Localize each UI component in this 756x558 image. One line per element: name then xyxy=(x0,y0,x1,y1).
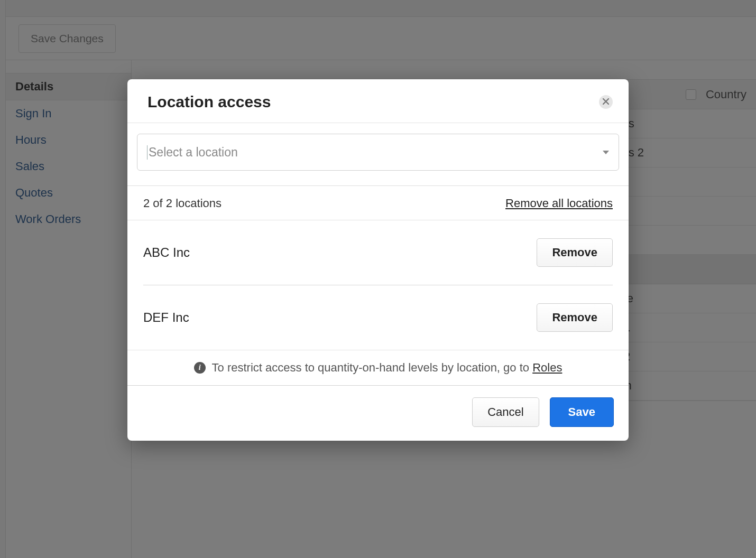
save-button[interactable]: Save xyxy=(550,397,614,427)
select-location-section: Select a location xyxy=(127,123,629,186)
info-icon: i xyxy=(194,362,206,374)
close-icon xyxy=(603,97,609,107)
location-row: ABC Inc Remove xyxy=(143,220,613,285)
location-list: ABC Inc Remove DEF Inc Remove xyxy=(127,220,629,350)
chevron-down-icon xyxy=(603,151,609,154)
info-row: i To restrict access to quantity-on-hand… xyxy=(127,350,629,386)
location-count-row: 2 of 2 locations Remove all locations xyxy=(127,186,629,220)
select-placeholder: Select a location xyxy=(147,145,238,160)
info-text-prefix: To restrict access to quantity-on-hand l… xyxy=(212,361,533,374)
remove-location-button[interactable]: Remove xyxy=(537,303,613,332)
location-name: DEF Inc xyxy=(143,310,189,325)
modal-header: Location access xyxy=(127,79,629,123)
location-access-modal: Location access Select a location 2 of 2… xyxy=(127,79,629,441)
location-count-text: 2 of 2 locations xyxy=(143,197,222,210)
location-row: DEF Inc Remove xyxy=(143,285,613,350)
modal-title: Location access xyxy=(147,93,271,111)
close-button[interactable] xyxy=(599,95,613,109)
modal-overlay: Location access Select a location 2 of 2… xyxy=(0,0,756,558)
info-text: To restrict access to quantity-on-hand l… xyxy=(212,361,563,375)
remove-all-link[interactable]: Remove all locations xyxy=(505,197,613,210)
location-name: ABC Inc xyxy=(143,245,190,260)
select-location-dropdown[interactable]: Select a location xyxy=(137,134,619,171)
remove-location-button[interactable]: Remove xyxy=(537,238,613,267)
modal-footer: Cancel Save xyxy=(127,386,629,441)
cancel-button[interactable]: Cancel xyxy=(472,397,539,427)
roles-link[interactable]: Roles xyxy=(532,361,562,374)
